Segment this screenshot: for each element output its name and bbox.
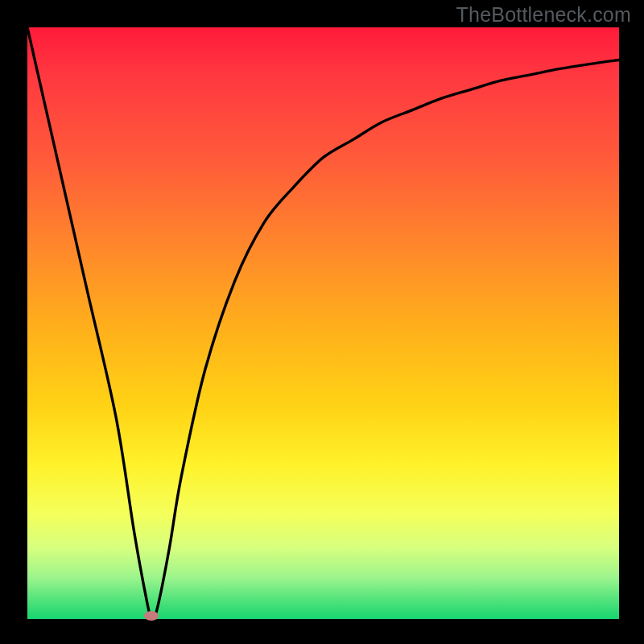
minimum-marker	[144, 611, 159, 621]
plot-area	[27, 27, 619, 619]
bottleneck-curve	[27, 27, 619, 619]
chart-frame: TheBottleneck.com	[0, 0, 644, 644]
watermark-text: TheBottleneck.com	[456, 3, 631, 27]
